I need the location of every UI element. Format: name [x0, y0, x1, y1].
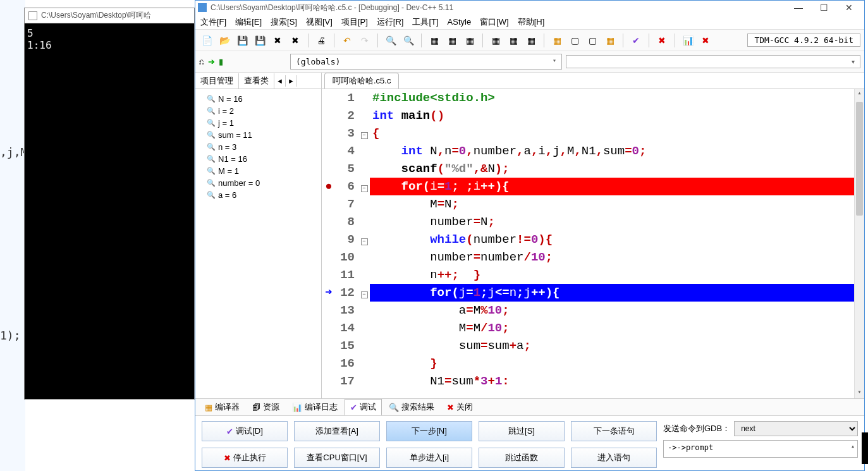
find-icon[interactable]: 🔍 — [383, 33, 398, 48]
close-icon: ✖ — [447, 403, 454, 412]
menu-run[interactable]: 运行[R] — [377, 16, 404, 28]
stop-debug-icon[interactable]: ✖ — [654, 33, 669, 48]
bottom-panel-tabs: ▦编译器 🗐资源 📊编译日志 ✔调试 🔍搜索结果 ✖关闭 — [195, 398, 864, 416]
stop-button[interactable]: ✖停止执行 — [202, 448, 288, 468]
profile-icon[interactable]: ▦ — [506, 33, 521, 48]
tab-project[interactable]: 项目管理 — [195, 73, 239, 89]
console-output: 5 1:16 — [25, 23, 194, 55]
step-into-stmt-button[interactable]: 进入语句 — [571, 448, 657, 468]
scroll-up-icon[interactable]: ▴ — [855, 89, 864, 99]
tab-left-arrow[interactable]: ◄ — [274, 75, 286, 87]
code-editor[interactable]: 1#include<stdio.h> 2int main() 3−{ 4 int… — [322, 89, 864, 398]
menu-window[interactable]: 窗口[W] — [480, 16, 509, 28]
editor-tab[interactable]: 呵呵哈哈哈.c5.c — [324, 73, 399, 89]
skip-button[interactable]: 跳过[S] — [479, 421, 565, 441]
magnifier-icon: 🔍 — [207, 155, 216, 164]
watch-item[interactable]: 🔍M = 1 — [198, 165, 319, 177]
step-into-button[interactable]: 单步进入[i] — [386, 448, 472, 468]
devcpp-window: C:\Users\Soyam\Desktop\呵呵哈哈哈.c5.c - [Deb… — [195, 0, 865, 471]
background-text-2: 1); — [0, 329, 21, 342]
titlebar[interactable]: C:\Users\Soyam\Desktop\呵呵哈哈哈.c5.c - [Deb… — [195, 1, 864, 15]
scrollbar-thumb[interactable] — [856, 102, 863, 216]
member-dropdown[interactable]: ▾ — [566, 55, 860, 68]
editor-tabs: 呵呵哈哈哈.c5.c — [322, 73, 864, 89]
watch-item[interactable]: 🔍sum = 11 — [198, 129, 319, 141]
step-over-func-button[interactable]: 跳过函数 — [479, 448, 565, 468]
compiler-dropdown[interactable]: TDM-GCC 4.9.2 64-bit — [747, 34, 860, 47]
watch-list: 🔍N = 16 🔍i = 2 🔍j = 1 🔍sum = 11 🔍n = 3 🔍… — [195, 89, 321, 398]
menu-view[interactable]: 视图[V] — [306, 16, 333, 28]
console-titlebar[interactable]: C:\Users\Soyam\Desktop\呵呵哈 — [25, 8, 194, 23]
tab-close[interactable]: ✖关闭 — [441, 399, 479, 415]
vertical-scrollbar[interactable]: ▴ ▾ — [854, 89, 864, 398]
run-icon[interactable]: ▦ — [444, 33, 460, 48]
scope-dropdown[interactable]: (globals)▾ — [290, 54, 562, 70]
compile-run-icon[interactable]: ▦ — [462, 33, 477, 48]
undo-icon[interactable]: ↶ — [339, 33, 355, 48]
watch-item[interactable]: 🔍N1 = 16 — [198, 153, 319, 165]
menu-file[interactable]: 文件[F] — [200, 16, 226, 28]
compile-icon[interactable]: ▦ — [427, 33, 442, 48]
debug-icon[interactable]: ▦ — [488, 33, 503, 48]
next-step-button[interactable]: 下一步[N] — [386, 421, 472, 441]
minimize-button[interactable]: — — [786, 1, 811, 14]
back-icon[interactable]: ⎌ — [199, 57, 204, 66]
replace-icon[interactable]: 🔍 — [401, 33, 416, 48]
tab-resource[interactable]: 🗐资源 — [247, 399, 285, 415]
watch-item[interactable]: 🔍N = 16 — [198, 93, 319, 105]
menu-project[interactable]: 项目[P] — [341, 16, 368, 28]
grid2-icon[interactable]: ▢ — [567, 33, 582, 48]
tab-right-arrow[interactable]: ► — [286, 75, 297, 87]
magnifier-icon: 🔍 — [207, 191, 216, 200]
bookmark-icon[interactable]: ▮ — [219, 57, 223, 66]
debug-button[interactable]: ✔调试[D] — [202, 421, 288, 441]
grid1-icon[interactable]: ▦ — [549, 33, 565, 48]
tab-debug[interactable]: ✔调试 — [345, 399, 382, 415]
watch-item[interactable]: 🔍j = 1 — [198, 117, 319, 129]
current-line-icon: ➔ — [322, 284, 336, 302]
background-text: ,j,M — [0, 145, 27, 159]
search-icon: 🔍 — [389, 403, 399, 412]
maximize-button[interactable]: ☐ — [811, 1, 836, 14]
tab-search-result[interactable]: 🔍搜索结果 — [383, 399, 440, 415]
right-black-strip — [862, 432, 868, 464]
grid4-icon[interactable]: ▦ — [602, 33, 618, 48]
watch-item[interactable]: 🔍n = 3 — [198, 141, 319, 153]
tab-compile-log[interactable]: 📊编译日志 — [286, 399, 343, 415]
gdb-output[interactable]: ->->prompt▴ — [663, 440, 858, 458]
magnifier-icon: 🔍 — [207, 143, 216, 152]
view-cpu-button[interactable]: 查看CPU窗口[V] — [294, 448, 380, 468]
rebuild-icon[interactable]: ▦ — [523, 33, 539, 48]
menu-astyle[interactable]: AStyle — [448, 17, 472, 27]
close-button[interactable]: ✕ — [836, 1, 862, 14]
menu-search[interactable]: 搜索[S] — [271, 16, 297, 28]
menu-tools[interactable]: 工具[T] — [412, 16, 438, 28]
menu-edit[interactable]: 编辑[E] — [235, 16, 262, 28]
close-file-icon[interactable]: ✖ — [270, 33, 285, 48]
open-file-icon[interactable]: 📂 — [217, 33, 232, 48]
close-all-icon[interactable]: ✖ — [288, 33, 303, 48]
save-icon[interactable]: 💾 — [235, 33, 250, 48]
chart2-icon[interactable]: ✖ — [698, 33, 713, 48]
tab-compiler[interactable]: ▦编译器 — [199, 399, 245, 415]
tab-classview[interactable]: 查看类 — [239, 73, 274, 89]
scroll-down-icon[interactable]: ▾ — [855, 388, 864, 398]
next-statement-button[interactable]: 下一条语句 — [571, 421, 657, 441]
gdb-command-input[interactable]: next — [734, 421, 858, 436]
print-icon[interactable]: 🖨 — [314, 33, 329, 48]
menu-help[interactable]: 帮助[H] — [518, 16, 545, 28]
watch-item[interactable]: 🔍number = 0 — [198, 177, 319, 189]
check-icon[interactable]: ✔ — [628, 33, 644, 48]
add-watch-button[interactable]: 添加查看[A] — [294, 421, 380, 441]
chart1-icon[interactable]: 📊 — [680, 33, 695, 48]
forward-icon[interactable]: ➔ — [208, 57, 215, 66]
breakpoint-icon[interactable]: ● — [322, 178, 336, 195]
redo-icon[interactable]: ↷ — [357, 33, 372, 48]
watch-item[interactable]: 🔍a = 6 — [198, 189, 319, 201]
magnifier-icon: 🔍 — [207, 179, 216, 188]
grid3-icon[interactable]: ▢ — [585, 33, 600, 48]
watch-item[interactable]: 🔍i = 2 — [198, 105, 319, 117]
grid-icon: ▦ — [205, 403, 212, 412]
new-file-icon[interactable]: 📄 — [199, 33, 214, 48]
save-all-icon[interactable]: 💾 — [252, 33, 267, 48]
